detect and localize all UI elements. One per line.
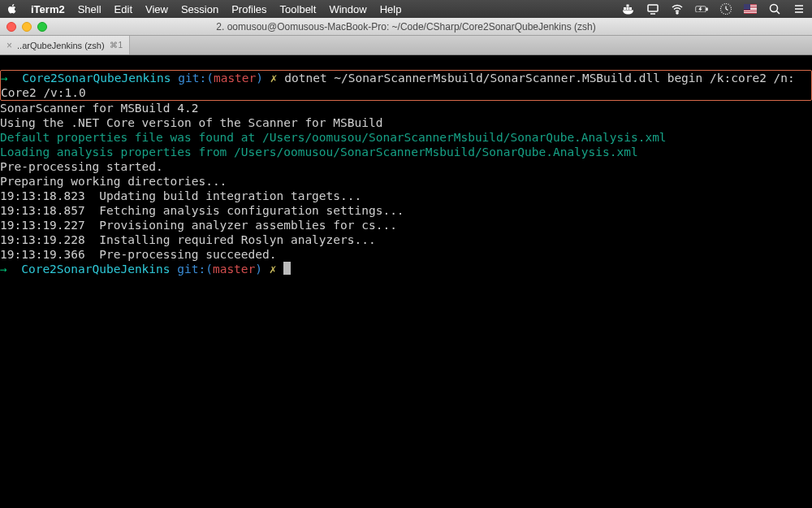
terminal-viewport[interactable]: → Core2SonarQubeJenkins git:(master) ✗ d… [0,55,812,508]
svg-point-12 [771,5,778,12]
svg-rect-4 [648,5,658,11]
menubar-app-name[interactable]: iTerm2 [31,3,65,15]
prompt-cwd: Core2SonarQubeJenkins [21,263,170,276]
prompt-git-label: git:( [177,263,213,276]
docker-icon[interactable] [622,2,635,15]
prompt-git-label: git:( [178,72,214,85]
input-flag-icon[interactable] [744,2,757,15]
prompt-dirty-icon: ✗ [270,72,278,85]
wifi-icon[interactable] [671,2,684,15]
prompt-branch: master [214,72,256,85]
terminal-tab[interactable]: × ..arQubeJenkins (zsh) ⌘1 [0,36,130,54]
svg-rect-2 [629,7,632,10]
display-icon[interactable] [646,2,659,15]
menu-view[interactable]: View [145,3,168,15]
menu-window[interactable]: Window [329,3,366,15]
battery-icon[interactable] [695,2,708,15]
menu-profiles[interactable]: Profiles [231,3,266,15]
prompt-cwd: Core2SonarQubeJenkins [22,72,171,85]
close-tab-icon[interactable]: × [6,40,12,51]
output-line: 19:13:18.857 Fetching analysis configura… [0,204,404,217]
tab-label: ..arQubeJenkins (zsh) [17,41,105,50]
prompt-git-close: ) [256,72,263,85]
output-line: Preparing working directories... [0,175,227,188]
spotlight-icon[interactable] [768,2,781,15]
close-button[interactable] [6,22,16,32]
output-line: 19:13:18.823 Updating build integration … [0,189,361,202]
svg-line-13 [777,11,780,15]
menu-session[interactable]: Session [181,3,218,15]
svg-line-11 [726,9,728,11]
command-highlight-box: → Core2SonarQubeJenkins git:(master) ✗ d… [0,70,812,101]
menu-toolbelt[interactable]: Toolbelt [280,3,317,15]
svg-rect-1 [627,7,629,10]
minimize-button[interactable] [22,22,32,32]
apple-icon[interactable] [6,3,18,15]
svg-rect-3 [627,5,629,7]
menu-shell[interactable]: Shell [78,3,102,15]
tab-bar: × ..arQubeJenkins (zsh) ⌘1 [0,36,812,55]
output-line: 19:13:19.228 Installing required Roslyn … [0,233,376,246]
output-line: SonarScanner for MSBuild 4.2 [0,102,198,115]
command-text-line1: dotnet ~/SonarScannerMsbuild/SonarScanne… [284,72,795,85]
menu-edit[interactable]: Edit [114,3,132,15]
svg-point-6 [676,12,678,14]
menu-list-icon[interactable] [793,2,806,15]
svg-rect-8 [706,8,707,11]
prompt-dirty-icon: ✗ [270,263,277,276]
window-titlebar: 2. oomusou@Oomusous-MacBook-Pro: ~/Code/… [0,18,812,36]
window-title: 2. oomusou@Oomusous-MacBook-Pro: ~/Code/… [0,21,812,33]
menu-help[interactable]: Help [380,3,402,15]
output-line: Using the .NET Core version of the Scann… [0,116,382,129]
output-line: 19:13:19.366 Pre-processing succeeded. [0,248,276,261]
output-line: Pre-processing started. [0,160,163,173]
terminal-cursor [283,262,291,275]
prompt-arrow: → [0,263,7,276]
output-line: Default properties file was found at /Us… [0,131,667,144]
svg-rect-0 [624,7,626,10]
tab-shortcut: ⌘1 [110,41,123,50]
prompt-git-close: ) [255,263,262,276]
macos-menubar: iTerm2 Shell Edit View Session Profiles … [0,0,812,18]
traffic-lights [6,22,47,32]
clock-icon[interactable] [719,2,732,15]
prompt-branch: master [213,263,255,276]
fullscreen-button[interactable] [37,22,47,32]
output-line: Loading analysis properties from /Users/… [0,145,638,158]
command-text-line2: Core2 /v:1.0 [1,86,86,99]
output-line: 19:13:19.227 Provisioning analyzer assem… [0,219,397,232]
prompt-arrow: → [1,72,8,85]
